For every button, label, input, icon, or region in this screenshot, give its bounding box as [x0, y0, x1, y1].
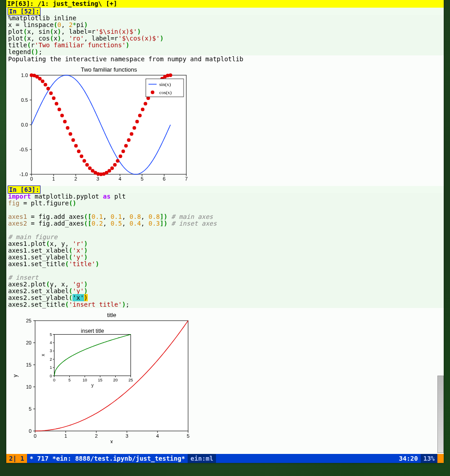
svg-text:3: 3 [50, 349, 52, 353]
mode-line-spacer [216, 454, 396, 463]
svg-text:0: 0 [50, 374, 52, 378]
svg-text:5: 5 [29, 406, 32, 412]
svg-text:5: 5 [187, 433, 189, 439]
svg-text:0: 0 [53, 378, 55, 382]
line-count: 717 [37, 455, 49, 462]
svg-point-36 [52, 96, 55, 100]
svg-text:2: 2 [74, 176, 77, 181]
svg-text:3: 3 [96, 176, 99, 181]
svg-point-57 [110, 166, 114, 170]
svg-point-40 [63, 120, 67, 123]
svg-point-34 [46, 87, 50, 91]
svg-text:0.5: 0.5 [21, 97, 28, 103]
vertical-scrollbar[interactable] [437, 376, 444, 453]
svg-point-67 [138, 113, 142, 117]
svg-point-64 [130, 132, 133, 136]
svg-text:0: 0 [34, 433, 36, 439]
svg-text:5: 5 [50, 332, 52, 337]
svg-text:insert title: insert title [81, 328, 104, 334]
cell-1-stdout: Populating the interactive namespace fro… [6, 55, 444, 63]
svg-text:1: 1 [64, 433, 67, 439]
svg-text:cos(x): cos(x) [159, 90, 172, 95]
svg-point-44 [74, 144, 78, 148]
cell-2-chart: title0123450510152025xyinsert title05101… [6, 308, 444, 447]
window-header-line: IP[63]: /1: just_testing\ [+] [6, 0, 444, 8]
svg-text:Two familiar functions: Two familiar functions [81, 66, 137, 73]
svg-point-42 [68, 132, 72, 136]
svg-point-37 [55, 102, 58, 105]
svg-text:10: 10 [26, 384, 32, 390]
cell-2-code[interactable]: import matplotlib.pyplot as plt fig = pl… [6, 193, 444, 308]
svg-text:0.0: 0.0 [21, 122, 28, 127]
mode-line-left-badge: 2| 1 [6, 454, 27, 463]
title-inset-chart: title0123450510152025xyinsert title05101… [8, 312, 197, 443]
svg-text:y: y [12, 375, 18, 377]
svg-point-78 [169, 73, 172, 77]
svg-text:-1.0: -1.0 [19, 172, 28, 177]
svg-point-61 [122, 150, 125, 153]
svg-point-63 [127, 138, 130, 142]
svg-text:25: 25 [26, 318, 32, 323]
svg-text:2: 2 [95, 433, 98, 439]
svg-point-31 [38, 77, 42, 81]
mode-line-major-mode: ein:ml [188, 454, 216, 463]
svg-point-60 [119, 154, 122, 158]
input-prompt-1: In [52]: [8, 8, 40, 15]
svg-text:15: 15 [98, 378, 102, 382]
svg-text:7: 7 [185, 176, 188, 181]
svg-point-49 [88, 166, 92, 170]
emacs-editor-window: IP[63]: /1: just_testing\ [+] In [52]: %… [6, 0, 444, 463]
svg-point-38 [58, 108, 61, 111]
svg-text:20: 20 [26, 340, 32, 345]
cell-1-chart: Two familiar functions01234567-1.0-0.50.… [6, 63, 444, 186]
svg-text:y: y [91, 383, 94, 388]
svg-text:3: 3 [126, 433, 128, 439]
svg-point-45 [77, 150, 81, 153]
svg-text:sin(x): sin(x) [159, 82, 171, 87]
svg-text:4: 4 [156, 433, 159, 439]
svg-point-69 [144, 102, 147, 105]
svg-text:4: 4 [119, 176, 122, 181]
cell-1-code[interactable]: %matplotlib inline x = linspace(0, 2*pi)… [6, 15, 444, 55]
two-familiar-functions-chart: Two familiar functions01234567-1.0-0.50.… [8, 66, 188, 182]
svg-text:title: title [107, 312, 116, 318]
mode-line-position: 34:20 [396, 454, 421, 463]
cell-1[interactable]: In [52]: %matplotlib inline x = linspace… [6, 8, 444, 186]
svg-point-32 [41, 80, 45, 83]
modified-indicator: * [30, 455, 33, 462]
buffer-name: *ein: 8888/test.ipynb/just_testing* [52, 455, 185, 462]
svg-text:0: 0 [29, 428, 32, 434]
svg-point-68 [141, 108, 144, 111]
svg-text:6: 6 [163, 176, 166, 181]
mode-line-percent: 13% [421, 454, 437, 463]
svg-text:1: 1 [50, 365, 52, 370]
svg-rect-112 [54, 335, 131, 376]
svg-text:5: 5 [68, 378, 71, 382]
svg-text:1: 1 [52, 176, 55, 181]
svg-point-62 [124, 144, 128, 148]
svg-point-56 [108, 169, 111, 172]
svg-text:15: 15 [26, 362, 32, 367]
svg-text:-0.5: -0.5 [19, 147, 28, 152]
svg-point-82 [151, 91, 154, 94]
svg-point-58 [113, 163, 117, 167]
svg-point-35 [49, 91, 53, 95]
input-prompt-2: In [63]: [8, 186, 40, 193]
svg-point-65 [132, 126, 136, 130]
svg-text:10: 10 [82, 378, 87, 382]
svg-text:20: 20 [113, 378, 117, 382]
mode-line-end-block [437, 454, 444, 463]
svg-text:1.0: 1.0 [21, 73, 28, 78]
svg-point-66 [135, 120, 139, 123]
svg-point-39 [60, 113, 64, 117]
svg-point-48 [86, 163, 89, 167]
svg-point-59 [116, 159, 119, 163]
svg-point-43 [72, 138, 75, 142]
svg-text:4: 4 [50, 340, 52, 345]
svg-point-47 [82, 159, 86, 163]
cell-2[interactable]: In [63]: import matplotlib.pyplot as plt… [6, 186, 444, 447]
svg-text:2: 2 [50, 357, 52, 362]
svg-point-33 [44, 83, 47, 86]
svg-point-41 [66, 126, 69, 130]
svg-point-46 [80, 154, 83, 158]
